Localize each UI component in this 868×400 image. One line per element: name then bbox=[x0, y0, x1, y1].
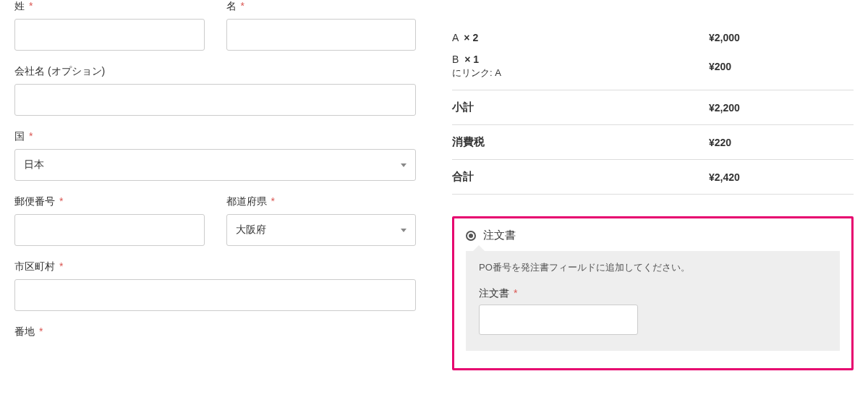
tax-row: 消費税 ¥220 bbox=[452, 124, 854, 159]
payment-method-box: 注文書 PO番号を発注書フィールドに追加してください。 注文書 * bbox=[452, 216, 854, 370]
lastname-label: 姓 * bbox=[14, 0, 205, 13]
tax-value: ¥220 bbox=[709, 137, 854, 148]
firstname-input[interactable] bbox=[226, 19, 417, 51]
country-label: 国 * bbox=[14, 130, 416, 143]
required-mark: * bbox=[29, 0, 33, 12]
item-name: A × 2 bbox=[452, 32, 478, 43]
postcode-label: 郵便番号 * bbox=[14, 195, 205, 208]
item-price: ¥2,000 bbox=[709, 32, 854, 43]
payment-method-label: 注文書 bbox=[483, 229, 516, 242]
chevron-down-icon bbox=[401, 229, 407, 232]
country-value: 日本 bbox=[24, 158, 44, 171]
total-label: 合計 bbox=[452, 170, 709, 184]
required-mark: * bbox=[59, 260, 63, 272]
total-row: 合計 ¥2,420 bbox=[452, 159, 854, 195]
tax-label: 消費税 bbox=[452, 135, 709, 149]
payment-radio[interactable] bbox=[466, 231, 476, 241]
required-mark: * bbox=[39, 325, 43, 337]
total-value: ¥2,420 bbox=[709, 171, 854, 183]
city-input[interactable] bbox=[14, 279, 416, 311]
item-price: ¥200 bbox=[709, 61, 854, 72]
payment-instruction-text: PO番号を発注書フィールドに追加してください。 bbox=[479, 261, 827, 274]
subtotal-row: 小計 ¥2,200 bbox=[452, 90, 854, 124]
subtotal-value: ¥2,200 bbox=[709, 102, 854, 114]
country-select[interactable]: 日本 bbox=[14, 149, 416, 181]
company-label: 会社名 (オプション) bbox=[14, 65, 416, 78]
required-mark: * bbox=[59, 195, 63, 207]
required-mark: * bbox=[271, 195, 274, 207]
address-label: 番地 * bbox=[14, 325, 416, 339]
required-mark: * bbox=[514, 287, 517, 299]
company-input[interactable] bbox=[14, 84, 416, 116]
item-name: B × 1 bbox=[452, 54, 479, 65]
item-link: にリンク: A bbox=[452, 67, 709, 80]
subtotal-label: 小計 bbox=[452, 101, 709, 114]
prefecture-select[interactable]: 大阪府 bbox=[226, 214, 417, 246]
chevron-down-icon bbox=[401, 163, 407, 167]
required-mark: * bbox=[29, 130, 33, 142]
summary-item-row: B × 1 にリンク: A ¥200 bbox=[452, 54, 854, 90]
prefecture-value: 大阪府 bbox=[236, 224, 266, 237]
required-mark: * bbox=[240, 0, 244, 12]
po-label: 注文書 * bbox=[479, 287, 827, 300]
postcode-input[interactable] bbox=[14, 214, 205, 246]
city-label: 市区町村 * bbox=[14, 260, 416, 273]
summary-item-row: A × 2 ¥2,000 bbox=[452, 22, 854, 54]
order-summary: A × 2 ¥2,000 B × 1 にリンク: A ¥200 小計 ¥2,20… bbox=[452, 22, 854, 195]
po-input[interactable] bbox=[479, 305, 638, 335]
lastname-input[interactable] bbox=[14, 19, 205, 51]
payment-instructions: PO番号を発注書フィールドに追加してください。 注文書 * bbox=[466, 251, 840, 351]
firstname-label: 名 * bbox=[226, 0, 417, 13]
prefecture-label: 都道府県 * bbox=[226, 195, 417, 208]
